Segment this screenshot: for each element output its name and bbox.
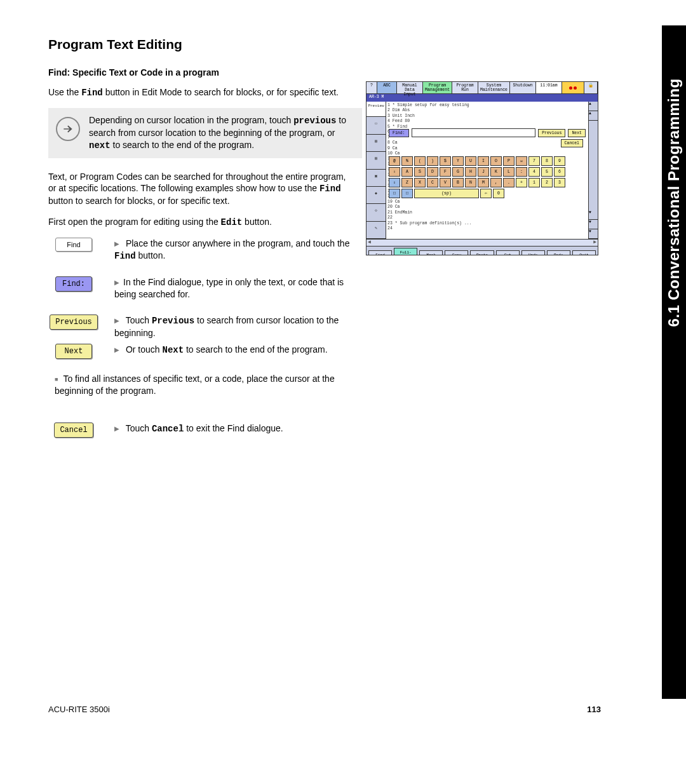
keyboard-key[interactable]: A xyxy=(401,167,413,177)
keyboard-key[interactable]: ☒ xyxy=(516,156,527,166)
keyboard-key[interactable]: L xyxy=(503,167,514,177)
keyboard-key[interactable]: . xyxy=(503,178,514,187)
shot-bottom-cut[interactable]: Cut xyxy=(496,250,520,256)
keyboard-key[interactable]: G xyxy=(452,167,464,177)
find-button[interactable]: Find xyxy=(55,238,92,252)
scroll-up-icon[interactable]: ▲ xyxy=(589,102,598,111)
shot-next-button[interactable]: Next xyxy=(568,129,586,137)
keyboard-key[interactable]: 0 xyxy=(493,189,504,198)
keyboard-key[interactable]: X xyxy=(414,178,426,187)
find-dialog-button[interactable]: Find: xyxy=(55,276,92,292)
keyboard-key[interactable]: U xyxy=(465,156,476,166)
shot-bottom-undo[interactable]: Undo xyxy=(521,250,545,256)
shot-bottom-mark[interactable]: Mark xyxy=(419,250,443,256)
preview-button[interactable]: Preview xyxy=(367,102,386,117)
keyboard-key[interactable]: 8 xyxy=(541,156,553,166)
keyboard-key[interactable]: P xyxy=(503,156,514,166)
shot-bottom-copy[interactable]: Copy xyxy=(445,250,468,256)
keyboard-key[interactable]: 2 xyxy=(541,178,553,187)
keyboard-key[interactable]: ⇧ xyxy=(389,167,400,177)
shot-bottom-paste[interactable]: Paste xyxy=(470,250,494,256)
keyboard-key[interactable]: Y xyxy=(452,156,464,166)
keyboard-key[interactable]: ⇦ xyxy=(480,189,492,198)
tab-program-management[interactable]: Program Management xyxy=(423,82,452,93)
shot-bottom-full-screen[interactable]: Full- Screen xyxy=(394,248,417,255)
find-label: Find: xyxy=(389,129,409,137)
keyboard-key[interactable]: S xyxy=(414,167,426,177)
keyboard-key[interactable]: , xyxy=(490,178,502,187)
help-icon[interactable]: ? xyxy=(367,82,377,93)
page-footer: ACU-RITE 3500i 113 xyxy=(48,705,601,714)
cancel-button[interactable]: Cancel xyxy=(54,422,93,438)
scroll-down-icon[interactable]: ▼ xyxy=(589,210,598,220)
keyboard-key[interactable]: @ xyxy=(389,156,400,166)
tab-shutdown[interactable]: Shutdown xyxy=(510,82,536,93)
keyboard-key[interactable]: 9 xyxy=(554,156,565,166)
lock-icon: 🔒 xyxy=(584,82,598,93)
keyboard-key[interactable]: □ xyxy=(401,189,413,198)
code-line: 20 Ca xyxy=(387,205,588,210)
keyboard-key[interactable]: O xyxy=(490,156,502,166)
page: 6.1 Conversational Programming Program T… xyxy=(0,0,686,784)
keyboard-key[interactable]: □ xyxy=(389,189,400,198)
step-row: Cancel Touch Cancel to exit the Find dia… xyxy=(48,422,353,438)
keyboard-key[interactable]: 6 xyxy=(554,167,565,177)
rail-icon[interactable]: ▧ xyxy=(367,135,386,152)
keyboard-key[interactable]: D xyxy=(427,167,438,177)
keyboard-key[interactable]: C xyxy=(427,178,438,187)
keyboard-key[interactable]: M xyxy=(478,178,489,187)
keyboard-key[interactable]: 3 xyxy=(554,178,565,187)
previous-button[interactable]: Previous xyxy=(50,314,98,330)
keyboard-key[interactable]: B xyxy=(452,178,464,187)
rail-icon[interactable]: ▣ xyxy=(367,170,386,187)
keyboard-key[interactable]: K xyxy=(490,167,502,177)
tab-program-run[interactable]: Program Run xyxy=(452,82,478,93)
rail-icon[interactable]: ◆ xyxy=(367,187,386,204)
section-subtitle: Find: Specific Text or Code in a program xyxy=(48,67,353,78)
keyboard-key[interactable]: 7 xyxy=(528,156,540,166)
tab-system-maintenance[interactable]: System Maintenance xyxy=(478,82,510,93)
shot-bottom-find[interactable]: Find xyxy=(368,250,392,256)
rail-icon[interactable]: ◇ xyxy=(367,204,386,221)
tab-mdi[interactable]: Manual Data Input xyxy=(397,82,423,93)
keyboard-key[interactable]: I xyxy=(478,156,489,166)
rail-icon[interactable]: ▨ xyxy=(367,152,386,169)
scroll-down-icon[interactable]: ▼ xyxy=(589,220,598,229)
keyboard-key[interactable]: % xyxy=(401,156,413,166)
step-row: Next Or touch Next to search to the end … xyxy=(48,344,353,359)
keyboard-key[interactable]: V xyxy=(440,178,451,187)
keyboard-key[interactable]: $ xyxy=(440,156,451,166)
shot-hscrollbar[interactable] xyxy=(367,239,598,246)
keyboard-key[interactable]: 1 xyxy=(528,178,540,187)
rail-icon[interactable]: ▭ xyxy=(367,117,386,134)
keyboard-key[interactable]: N xyxy=(465,178,476,187)
tab-abc[interactable]: ABC xyxy=(377,82,397,93)
code-line: 19 Ca xyxy=(387,199,588,205)
keyboard-key[interactable]: ( xyxy=(414,156,426,166)
keyboard-key[interactable]: : xyxy=(516,167,527,177)
keyboard-key[interactable]: Z xyxy=(401,178,413,187)
shot-bottom-redo[interactable]: Redo xyxy=(547,250,570,256)
keyboard-key[interactable]: ) xyxy=(427,156,438,166)
keyboard-key[interactable]: 4 xyxy=(528,167,540,177)
step-row: Find Place the cursor anywhere in the pr… xyxy=(48,238,353,262)
shot-bottom-quit[interactable]: Quit xyxy=(572,250,596,256)
keyboard-key[interactable]: F xyxy=(440,167,451,177)
page-title: Program Text Editing xyxy=(48,37,686,52)
shot-previous-button[interactable]: Previous xyxy=(538,129,565,137)
keyboard-key[interactable]: H xyxy=(465,167,476,177)
keyboard-key[interactable]: ⇪ xyxy=(389,178,400,187)
keyboard-key[interactable]: 5 xyxy=(541,167,553,177)
code-line: 24 xyxy=(387,226,588,231)
find-input[interactable] xyxy=(412,128,536,137)
note-box: Depending on cursor location in the prog… xyxy=(48,108,362,158)
scroll-down-icon[interactable]: ▼ xyxy=(589,229,598,239)
page-number: 113 xyxy=(587,705,601,714)
scroll-up-icon[interactable]: ▲ xyxy=(589,111,598,121)
next-button[interactable]: Next xyxy=(55,344,92,359)
shot-cancel-button[interactable]: Cancel xyxy=(561,139,583,147)
space-key[interactable]: (sp) xyxy=(414,189,479,198)
keyboard-key[interactable]: J xyxy=(478,167,489,177)
keyboard-key[interactable]: + xyxy=(516,178,527,187)
rail-icon[interactable]: ✎ xyxy=(367,222,386,239)
